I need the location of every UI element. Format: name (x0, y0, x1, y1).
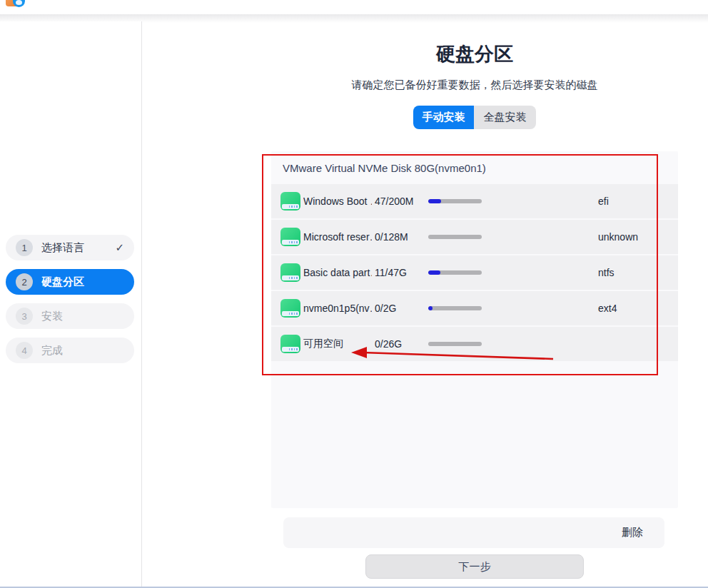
step-number-badge: 2 (16, 273, 33, 290)
drive-icon (280, 263, 300, 282)
window-top-bar (0, 0, 708, 14)
partition-row-efi[interactable]: Windows Boot … 47/200M efi (271, 184, 678, 218)
sidebar-step-finish[interactable]: 4 完成 (6, 338, 134, 363)
tab-full-disk-install[interactable]: 全盘安装 (474, 106, 536, 129)
step-number-badge: 3 (16, 308, 33, 325)
step-label: 选择语言 (41, 241, 84, 255)
page-subtitle: 请确定您已备份好重要数据，然后选择要安装的磁盘 (221, 78, 708, 92)
drive-icon (280, 335, 300, 353)
step-number-badge: 4 (16, 342, 33, 359)
page-title: 硬盘分区 (271, 41, 678, 67)
disk-list-panel: VMware Virtual NVMe Disk 80G(nvme0n1) Wi… (271, 151, 678, 508)
partition-row-msr[interactable]: Microsoft reser… 0/128M unknown (271, 220, 678, 254)
checkmark-icon: ✓ (115, 241, 124, 254)
partition-row-ntfs[interactable]: Basic data part… 11/47G ntfs (271, 255, 678, 290)
step-label: 硬盘分区 (41, 275, 84, 289)
partition-label: Windows Boot … (303, 196, 372, 207)
partition-size: 47/200M (375, 196, 425, 207)
step-label: 安装 (41, 310, 63, 323)
filesystem-type: efi (598, 196, 609, 207)
partition-label: Basic data part… (303, 267, 372, 278)
partition-actions-bar: 删除 (283, 517, 664, 548)
next-step-button[interactable]: 下一步 (365, 554, 584, 579)
sidebar-step-select-language[interactable]: 1 选择语言 ✓ (6, 235, 134, 260)
drive-icon (280, 299, 300, 318)
step-number-badge: 1 (16, 239, 33, 256)
steps-sidebar: 1 选择语言 ✓ 2 硬盘分区 3 安装 4 完成 (0, 21, 142, 587)
partition-label: nvme0n1p5(nv… (303, 303, 372, 314)
filesystem-type: ext4 (598, 303, 617, 314)
install-mode-tabs: 手动安装 全盘安装 (413, 106, 536, 129)
sidebar-step-install[interactable]: 3 安装 (6, 303, 134, 329)
step-label: 完成 (41, 344, 63, 358)
partition-label: 可用空间 (303, 338, 372, 350)
usage-progress-bar (428, 235, 482, 239)
filesystem-type: unknown (598, 231, 638, 243)
installer-logo-icon (6, 0, 27, 9)
filesystem-type: ntfs (598, 267, 615, 278)
partition-size: 0/128M (375, 231, 425, 243)
usage-progress-bar (428, 199, 482, 203)
partition-row-ext4[interactable]: nvme0n1p5(nv… 0/2G ext4 (271, 291, 678, 325)
disk-name-header: VMware Virtual NVMe Disk 80G(nvme0n1) (271, 151, 678, 184)
drive-icon (280, 228, 300, 246)
usage-progress-bar (428, 270, 482, 275)
partition-size: 0/26G (375, 338, 425, 350)
partition-label: Microsoft reser… (303, 231, 372, 243)
drive-icon (280, 192, 300, 211)
usage-progress-bar (428, 342, 482, 346)
installer-window: 1 选择语言 ✓ 2 硬盘分区 3 安装 4 完成 硬盘分区 请确定您已备份好重… (0, 0, 708, 588)
tab-manual-install[interactable]: 手动安装 (413, 106, 474, 129)
partition-size: 11/47G (375, 267, 425, 278)
sidebar-step-disk-partition[interactable]: 2 硬盘分区 (6, 269, 134, 295)
delete-button[interactable]: 删除 (622, 526, 643, 539)
partition-size: 0/2G (375, 303, 425, 314)
usage-progress-bar (428, 306, 482, 310)
partition-row-free-space[interactable]: 可用空间 0/26G (271, 327, 678, 361)
